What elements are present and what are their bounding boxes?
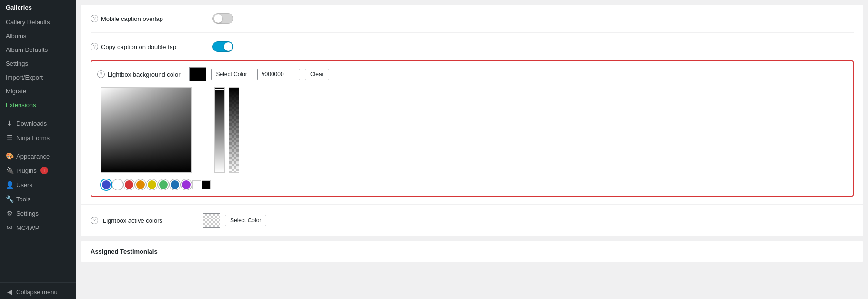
lightbox-active-color-preview[interactable] [203,213,220,228]
copy-caption-toggle[interactable] [212,41,233,52]
sidebar-item-gallery-defaults[interactable]: Gallery Defaults [0,15,76,29]
sidebar-divider-2 [0,147,76,147]
lightbox-active-select-color-button[interactable]: Select Color [225,215,266,226]
sidebar-divider [0,114,76,114]
lightbox-bg-select-color-button[interactable]: Select Color [211,69,252,80]
row-label: ? Copy caption on double tap [91,43,205,50]
sidebar-item-label: MC4WP [16,224,39,231]
toggle-thumb-2 [224,42,232,51]
assigned-testimonials-section: Assigned Testimonials [81,241,863,262]
main-content: ? Mobile caption overlap ? Copy caption … [76,0,868,299]
sidebar-item-collapse-menu[interactable]: ◀ Collapse menu [0,285,76,299]
collapse-icon: ◀ [6,288,13,296]
sidebar: Galleries Gallery Defaults Albums Album … [0,0,76,299]
swatch-white-small[interactable] [192,180,201,189]
sidebar-item-label: Albums [6,32,26,40]
sidebar-item-label: Migrate [6,88,26,95]
toggle-thumb [214,14,222,23]
swatch-blue2[interactable] [170,179,180,190]
swatch-white[interactable] [112,179,123,190]
sidebar-item-users[interactable]: 👤 Users [0,178,76,192]
sidebar-item-migrate[interactable]: Migrate [0,84,76,98]
lightbox-background-color-container: ? Lightbox background color Select Color… [91,60,854,197]
sidebar-item-label: Settings [16,210,39,217]
sidebar-item-extensions[interactable]: Extensions [0,98,76,112]
lightbox-bg-color-preview[interactable] [189,67,206,81]
color-alpha-bar[interactable] [229,87,239,173]
sidebar-header: Galleries [0,0,76,15]
mobile-caption-overlap-toggle[interactable] [212,13,233,24]
swatch-red[interactable] [124,179,134,190]
ninja-forms-icon: ☰ [6,134,13,141]
help-icon-4[interactable]: ? [91,217,98,224]
sidebar-divider-3 [0,282,76,283]
sidebar-item-label: Plugins [16,167,37,174]
plugins-icon: 🔌 [6,167,13,174]
sidebar-item-label: Import/Export [6,74,43,81]
color-picker-header-row: ? Lightbox background color Select Color… [97,67,847,81]
sidebar-item-label: Users [16,181,32,189]
sidebar-item-albums[interactable]: Albums [0,29,76,43]
mc4wp-icon: ✉ [6,224,13,231]
sidebar-item-album-defaults[interactable]: Album Defaults [0,43,76,57]
hue-indicator [215,89,224,90]
sidebar-item-label: Album Defaults [6,46,48,53]
swatch-black-small[interactable] [202,180,211,189]
swatch-blue[interactable] [101,179,111,190]
help-icon-2[interactable]: ? [91,43,98,50]
color-hue-bar[interactable] [214,87,225,173]
sidebar-item-label: Collapse menu [16,289,58,296]
sidebar-item-label: Extensions [6,101,36,109]
help-icon-3[interactable]: ? [97,70,105,78]
mobile-caption-overlap-row: ? Mobile caption overlap [91,5,854,33]
color-gradient-picker[interactable] [101,87,192,173]
sidebar-item-mc4wp[interactable]: ✉ MC4WP [0,220,76,235]
sidebar-item-tools[interactable]: 🔧 Tools [0,192,76,206]
row-label: ? Lightbox background color [97,70,181,78]
lightbox-active-colors-label: Lightbox active colors [103,217,198,224]
sidebar-item-label: Downloads [16,120,47,127]
row-label: ? Mobile caption overlap [91,15,205,22]
swatch-green[interactable] [158,179,169,190]
sidebar-item-appearance[interactable]: 🎨 Appearance [0,149,76,163]
settings-panel: ? Mobile caption overlap ? Copy caption … [81,5,863,236]
tools-icon: 🔧 [6,195,13,203]
sidebar-item-label: Gallery Defaults [6,19,50,26]
users-icon: 👤 [6,181,13,189]
settings-section: ? Mobile caption overlap ? Copy caption … [81,5,863,60]
sidebar-item-settings[interactable]: Settings [0,57,76,70]
sidebar-item-settings2[interactable]: ⚙ Settings [0,206,76,220]
lightbox-bg-clear-button[interactable]: Clear [305,69,329,80]
swatch-yellow[interactable] [147,179,157,190]
sidebar-item-downloads[interactable]: ⬇ Downloads [0,116,76,130]
mobile-caption-overlap-label: Mobile caption overlap [101,15,163,22]
sidebar-item-import-export[interactable]: Import/Export [0,70,76,84]
lightbox-active-colors-row: ? Lightbox active colors Select Color [81,204,863,236]
sidebar-item-ninja-forms[interactable]: ☰ Ninja Forms [0,130,76,145]
swatch-purple[interactable] [181,179,192,190]
sidebar-item-label: Ninja Forms [16,134,50,141]
sidebar-item-label: Tools [16,196,30,203]
swatch-orange[interactable] [135,179,146,190]
lightbox-bg-color-label: Lightbox background color [108,71,181,78]
copy-caption-label: Copy caption on double tap [101,43,176,50]
color-swatches [101,179,211,190]
download-icon: ⬇ [6,120,13,127]
sidebar-item-label: Appearance [16,153,50,160]
help-icon[interactable]: ? [91,15,98,22]
copy-caption-row: ? Copy caption on double tap [91,33,854,60]
color-picker-widget [97,87,847,190]
sidebar-item-label: Settings [6,60,28,67]
settings-icon: ⚙ [6,209,13,217]
sidebar-item-plugins[interactable]: 🔌 Plugins 1 [0,163,76,178]
plugins-badge: 1 [40,167,48,174]
gradient-section [101,87,211,190]
assigned-testimonials-title: Assigned Testimonials [91,248,158,255]
appearance-icon: 🎨 [6,152,13,160]
lightbox-bg-color-hex-input[interactable] [257,69,300,80]
